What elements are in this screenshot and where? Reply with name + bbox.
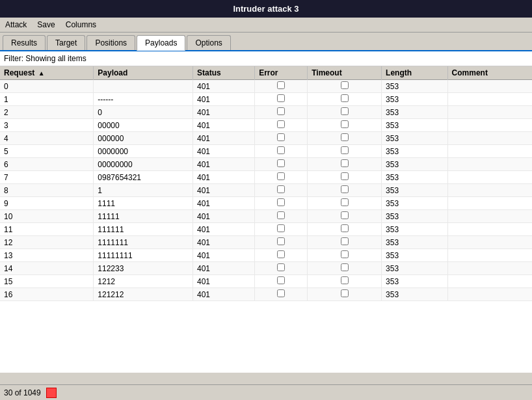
table-row[interactable]: 20401353	[0, 106, 532, 119]
tab-positions[interactable]: Positions	[86, 35, 135, 50]
table-row[interactable]: 151212401353	[0, 275, 532, 288]
cell-value: 1	[0, 93, 94, 106]
cell-value	[447, 93, 532, 106]
col-status[interactable]: Status	[193, 66, 255, 80]
cell-value: 353	[382, 106, 447, 119]
error-checkbox[interactable]	[277, 107, 285, 115]
table-container[interactable]: Request ▲ Payload Status Error Timeout L…	[0, 66, 532, 373]
col-comment[interactable]: Comment	[447, 66, 532, 80]
cell-value: ------	[94, 93, 193, 106]
timeout-checkbox[interactable]	[341, 107, 349, 115]
cell-value: 14	[0, 262, 94, 275]
cell-value: 15	[0, 275, 94, 288]
menu-columns[interactable]: Columns	[63, 19, 99, 31]
timeout-checkbox[interactable]	[341, 237, 349, 245]
error-checkbox[interactable]	[277, 133, 285, 141]
table-row[interactable]: 1311111111401353	[0, 249, 532, 262]
error-checkbox[interactable]	[277, 172, 285, 180]
cell-value: 353	[382, 93, 447, 106]
timeout-checkbox[interactable]	[341, 276, 349, 284]
cell-value: 1111111	[94, 236, 193, 249]
tab-options[interactable]: Options	[187, 35, 230, 50]
col-timeout[interactable]: Timeout	[308, 66, 382, 80]
cell-value	[447, 288, 532, 301]
timeout-checkbox[interactable]	[341, 211, 349, 219]
cell-value: 353	[382, 197, 447, 210]
timeout-checkbox[interactable]	[341, 224, 349, 232]
error-checkbox[interactable]	[277, 159, 285, 167]
error-checkbox[interactable]	[277, 146, 285, 154]
timeout-checkbox[interactable]	[341, 159, 349, 167]
table-row[interactable]: 70987654321401353	[0, 171, 532, 184]
cell-value: 401	[193, 93, 255, 106]
timeout-checkbox[interactable]	[341, 133, 349, 141]
table-row[interactable]: 14112233401353	[0, 262, 532, 275]
error-checkbox[interactable]	[277, 94, 285, 102]
timeout-checkbox[interactable]	[341, 146, 349, 154]
timeout-checkbox[interactable]	[341, 198, 349, 206]
cell-value: 2	[0, 106, 94, 119]
cell-value: 112233	[94, 262, 193, 275]
table-row[interactable]: 11111111401353	[0, 223, 532, 236]
cell-value: 401	[193, 249, 255, 262]
cell-value: 401	[193, 132, 255, 145]
table-row[interactable]: 300000401353	[0, 119, 532, 132]
error-checkbox[interactable]	[277, 237, 285, 245]
cell-value	[447, 262, 532, 275]
error-checkbox[interactable]	[277, 198, 285, 206]
timeout-checkbox[interactable]	[341, 250, 349, 258]
cell-value: 401	[193, 197, 255, 210]
cell-value: 9	[0, 197, 94, 210]
error-checkbox[interactable]	[277, 211, 285, 219]
timeout-checkbox[interactable]	[341, 94, 349, 102]
cell-value: 401	[193, 145, 255, 158]
cell-value	[447, 132, 532, 145]
table-row[interactable]: 121111111401353	[0, 236, 532, 249]
table-row[interactable]: 1011111401353	[0, 210, 532, 223]
error-checkbox[interactable]	[277, 81, 285, 89]
error-checkbox[interactable]	[277, 276, 285, 284]
table-row[interactable]: 1------401353	[0, 93, 532, 106]
col-length[interactable]: Length	[382, 66, 447, 80]
timeout-checkbox[interactable]	[341, 172, 349, 180]
error-checkbox[interactable]	[277, 185, 285, 193]
table-row[interactable]: 91111401353	[0, 197, 532, 210]
timeout-checkbox[interactable]	[341, 289, 349, 297]
cell-value	[447, 236, 532, 249]
cell-value: 353	[382, 119, 447, 132]
error-checkbox[interactable]	[277, 224, 285, 232]
cell-value	[447, 184, 532, 197]
error-checkbox[interactable]	[277, 289, 285, 297]
timeout-checkbox[interactable]	[341, 120, 349, 128]
menu-save[interactable]: Save	[34, 19, 57, 31]
timeout-checkbox[interactable]	[341, 185, 349, 193]
cell-value: 1212	[94, 275, 193, 288]
table-row[interactable]: 50000000401353	[0, 145, 532, 158]
results-table: Request ▲ Payload Status Error Timeout L…	[0, 66, 532, 301]
col-error[interactable]: Error	[255, 66, 308, 80]
tab-payloads[interactable]: Payloads	[137, 35, 185, 51]
cell-value: 4	[0, 132, 94, 145]
timeout-checkbox[interactable]	[341, 81, 349, 89]
tab-results[interactable]: Results	[3, 35, 46, 50]
table-header: Request ▲ Payload Status Error Timeout L…	[0, 66, 532, 80]
cell-value	[447, 249, 532, 262]
tab-target[interactable]: Target	[47, 35, 85, 50]
error-checkbox[interactable]	[277, 250, 285, 258]
table-row[interactable]: 81401353	[0, 184, 532, 197]
col-payload[interactable]: Payload	[94, 66, 193, 80]
title-bar: Intruder attack 3	[0, 0, 532, 18]
error-checkbox[interactable]	[277, 263, 285, 271]
table-row[interactable]: 16121212401353	[0, 288, 532, 301]
cell-value: 353	[382, 249, 447, 262]
table-row[interactable]: 4000000401353	[0, 132, 532, 145]
cell-value: 16	[0, 288, 94, 301]
menu-attack[interactable]: Attack	[3, 19, 29, 31]
cell-value	[447, 145, 532, 158]
cell-value: 6	[0, 158, 94, 171]
timeout-checkbox[interactable]	[341, 263, 349, 271]
error-checkbox[interactable]	[277, 120, 285, 128]
table-row[interactable]: 0401353	[0, 80, 532, 93]
col-request[interactable]: Request ▲	[0, 66, 94, 80]
table-row[interactable]: 600000000401353	[0, 158, 532, 171]
